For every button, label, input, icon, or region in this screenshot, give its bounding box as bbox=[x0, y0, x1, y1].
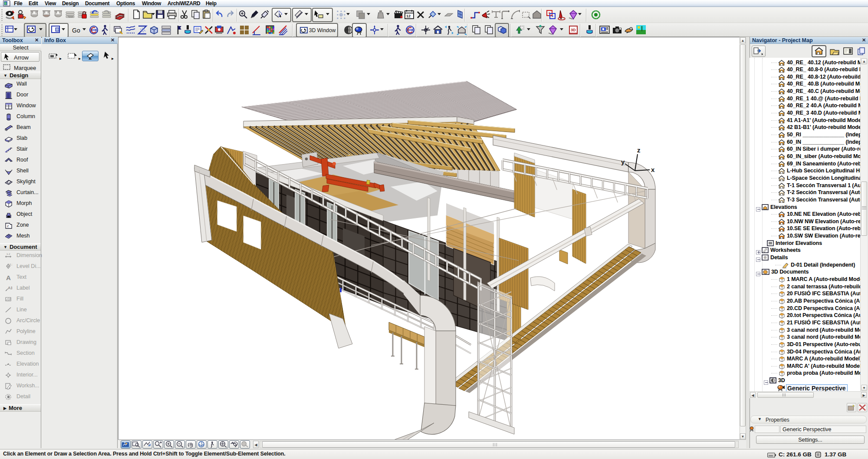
svg-text:Z: Z bbox=[7, 225, 9, 228]
svg-text:1.2: 1.2 bbox=[10, 263, 12, 266]
svg-text:A: A bbox=[6, 274, 11, 281]
svg-text:x: x bbox=[651, 166, 655, 173]
svg-text:1.2: 1.2 bbox=[7, 253, 10, 255]
svg-text:A1: A1 bbox=[8, 286, 12, 290]
svg-text:12: 12 bbox=[406, 14, 411, 18]
svg-text:3D: 3D bbox=[571, 28, 576, 32]
svg-text:z: z bbox=[637, 146, 641, 154]
svg-text:y: y bbox=[621, 158, 625, 165]
